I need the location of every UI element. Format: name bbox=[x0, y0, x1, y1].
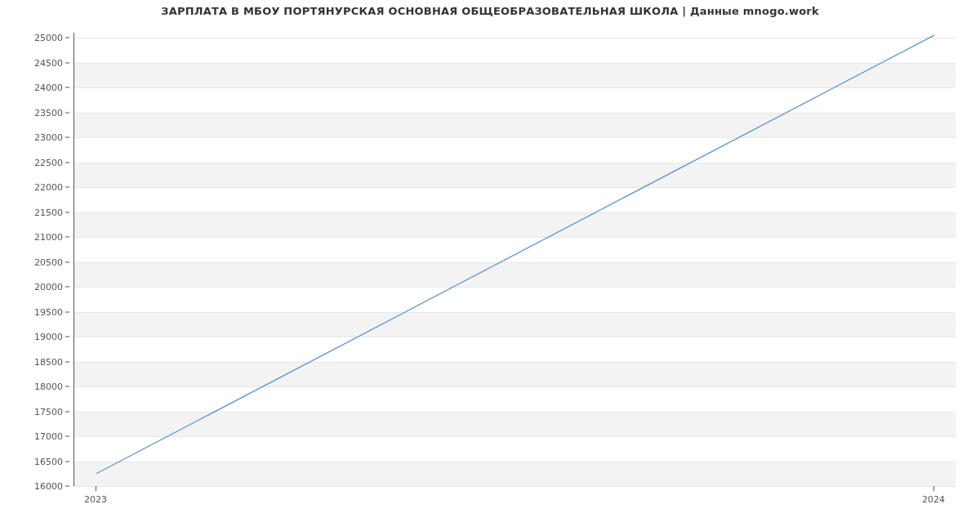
y-tick-label: 22500 bbox=[34, 157, 63, 167]
series-line bbox=[96, 35, 934, 474]
y-tick-label: 19000 bbox=[34, 332, 63, 342]
y-tick-label: 18000 bbox=[34, 382, 63, 392]
y-tick-label: 20000 bbox=[34, 282, 63, 292]
y-tick-label: 18500 bbox=[34, 356, 63, 367]
y-axis-ticks: 1600016500170001750018000185001900019500… bbox=[0, 33, 69, 486]
y-tick-label: 24000 bbox=[34, 83, 63, 93]
y-tick-label: 25000 bbox=[34, 33, 63, 43]
x-tick-label: 2024 bbox=[922, 494, 945, 505]
y-tick-label: 20500 bbox=[34, 257, 63, 267]
y-tick-label: 21500 bbox=[34, 207, 63, 217]
line-layer bbox=[74, 33, 956, 485]
y-tick-label: 23000 bbox=[34, 132, 63, 143]
x-axis-ticks: 20232024 bbox=[74, 486, 956, 511]
y-tick-label: 19500 bbox=[34, 306, 63, 317]
plot-area bbox=[74, 33, 956, 486]
y-tick-label: 21000 bbox=[34, 232, 63, 243]
chart-title: ЗАРПЛАТА В МБОУ ПОРТЯНУРСКАЯ ОСНОВНАЯ ОБ… bbox=[0, 5, 980, 17]
y-tick-label: 17500 bbox=[34, 406, 63, 417]
y-tick-label: 17000 bbox=[34, 431, 63, 442]
x-tick-label: 2023 bbox=[84, 494, 107, 505]
y-tick-label: 22000 bbox=[34, 182, 63, 193]
y-tick-label: 16000 bbox=[34, 481, 63, 492]
chart-container: ЗАРПЛАТА В МБОУ ПОРТЯНУРСКАЯ ОСНОВНАЯ ОБ… bbox=[0, 0, 980, 531]
y-tick-label: 24500 bbox=[34, 57, 63, 68]
y-tick-label: 16500 bbox=[34, 456, 63, 466]
y-tick-label: 23500 bbox=[34, 107, 63, 118]
